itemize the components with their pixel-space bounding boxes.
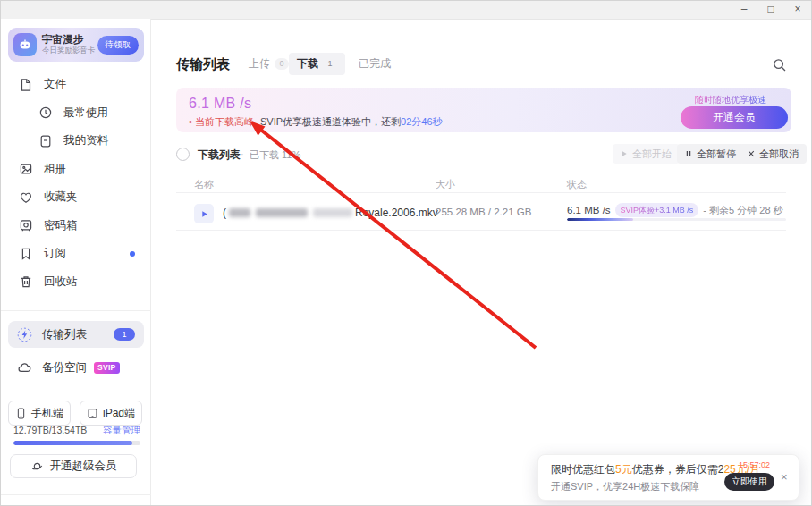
mascot-avatar-icon <box>13 33 37 56</box>
sidebar-item-subscriptions[interactable]: 订阅 <box>1 240 151 268</box>
row-progress-fill <box>567 218 633 221</box>
peak-dot: • <box>189 116 195 127</box>
sidebar-item-label: 备份空间 <box>42 360 87 375</box>
tab-completed-label: 已完成 <box>359 56 391 72</box>
search-icon[interactable] <box>772 57 790 75</box>
storage-progress-track <box>13 441 140 445</box>
sidebar-item-files[interactable]: 文件 <box>1 71 151 99</box>
notification-dot <box>130 251 135 257</box>
redacted-text-block <box>256 208 308 217</box>
popup-close-icon[interactable]: × <box>781 471 788 484</box>
svip-speed-badge: SVIP体验+3.1 MB /s <box>615 203 699 217</box>
titlebar: – □ × <box>1 1 811 20</box>
sidebar-item-favorites[interactable]: 收藏夹 <box>1 183 151 212</box>
sidebar-item-recycle-bin[interactable]: 回收站 <box>1 268 151 297</box>
sidebar-item-label: 相册 <box>44 162 66 177</box>
cloud-icon <box>17 360 32 375</box>
upgrade-label: 开通超级会员 <box>50 459 117 474</box>
sidebar-item-my-docs[interactable]: 我的资料 <box>1 127 151 156</box>
start-all-button: 全部开始 <box>613 144 680 164</box>
minimize-button[interactable]: – <box>731 1 757 19</box>
file-status: 6.1 MB /s SVIP体验+3.1 MB /s - 剩余5 分钟 28 秒 <box>567 203 783 217</box>
clock-icon <box>38 105 53 120</box>
file-size: 255.28 MB / 2.21 GB <box>436 207 531 217</box>
storage-progress-fill <box>13 441 132 445</box>
speed-banner: 6.1 MB /s • 当前下载高峰 SVIP优享极速通道体验中，还剩02分46… <box>176 88 791 132</box>
transfer-count-badge: 1 <box>114 328 135 341</box>
heart-icon <box>19 190 33 205</box>
trash-icon <box>19 274 33 289</box>
pause-icon <box>685 150 692 157</box>
file-icon <box>19 78 33 92</box>
claim-reward-button[interactable]: 待领取 <box>97 36 140 55</box>
sidebar-item-albums[interactable]: 相册 <box>1 156 151 184</box>
sidebar-item-label: 文件 <box>44 77 66 92</box>
sidebar-nav: 文件 最常使用 我的资料 相册 收藏夹 密码箱 <box>1 71 151 296</box>
tab-upload-count: 0 <box>275 58 289 70</box>
sidebar-item-label: 回收站 <box>44 274 78 290</box>
lightning-icon <box>17 327 32 342</box>
upgrade-super-vip-button[interactable]: 开通超级会员 <box>10 454 137 478</box>
maximize-button[interactable]: □ <box>757 1 784 19</box>
photo-icon <box>19 162 33 176</box>
planet-icon <box>30 460 44 473</box>
close-icon <box>748 150 755 157</box>
sidebar-item-transfer-list[interactable]: 传输列表 1 <box>8 321 144 348</box>
tab-upload-label: 上传 <box>249 56 270 72</box>
row-progress-track <box>567 218 786 221</box>
phone-client-button[interactable]: 手机端 <box>8 401 71 426</box>
sidebar-bottom-divider <box>1 494 151 495</box>
column-header-size: 大小 <box>436 178 455 191</box>
downloaded-percent-label: 已下载 11% <box>250 148 300 162</box>
ipad-client-label: iPad端 <box>103 406 135 421</box>
svip-badge: SVIP <box>94 362 120 374</box>
member-promo-card[interactable]: 宇宙漫步 今日奖励影音卡 待领取 <box>8 28 144 62</box>
app-window: – □ × 宇宙漫步 今日奖励影音卡 待领取 文件 最常使用 <box>0 0 812 506</box>
table-header-divider <box>176 192 786 193</box>
column-header-status: 状态 <box>567 178 587 191</box>
banner-promo-text: 随时随地优享极速 <box>695 94 766 106</box>
use-now-button[interactable]: 立即使用 <box>724 473 774 491</box>
promo-popup: 限时优惠红包5元优惠券，券后仅需225元/月 开通SVIP，优享24H极速下载保… <box>537 454 799 501</box>
sidebar-item-label: 订阅 <box>44 246 66 261</box>
svip-status-text: SVIP优享极速通道体验中，还剩 <box>260 116 401 127</box>
redacted-text-block <box>229 208 250 217</box>
select-all-radio[interactable] <box>176 148 190 161</box>
sidebar-item-label: 我的资料 <box>63 133 108 148</box>
safe-icon <box>19 218 33 232</box>
svip-speed-badge-text: SVIP体验+3.1 MB /s <box>621 206 694 215</box>
popup-text: 限时优惠红包 <box>551 463 615 476</box>
pause-all-label: 全部暂停 <box>697 148 736 161</box>
sidebar: 宇宙漫步 今日奖励影音卡 待领取 文件 最常使用 我的资料 相册 <box>1 19 151 506</box>
row-play-button[interactable] <box>194 204 214 223</box>
sidebar-item-backup-space[interactable]: 备份空间 SVIP <box>8 354 144 381</box>
tablet-icon <box>87 408 98 419</box>
popup-text: 优惠券，券后仅需2 <box>632 463 724 476</box>
tab-completed[interactable]: 已完成 <box>359 56 391 72</box>
open-vip-button[interactable]: 开通会员 <box>681 106 788 129</box>
tab-upload[interactable]: 上传 0 <box>249 56 289 72</box>
sidebar-item-label: 收藏夹 <box>44 190 78 205</box>
sidebar-item-recent[interactable]: 最常使用 <box>1 99 151 128</box>
storage-usage: 12.79TB/13.54TB <box>13 425 87 435</box>
phone-client-label: 手机端 <box>31 406 63 421</box>
row-speed: 6.1 MB /s <box>567 205 611 215</box>
document-icon <box>38 134 53 148</box>
storage-info: 12.79TB/13.54TB 容量管理 <box>13 425 140 437</box>
countdown-timer: 15:57:02 <box>739 460 770 469</box>
page-title: 传输列表 <box>176 56 230 73</box>
cancel-all-button[interactable]: 全部取消 <box>740 144 807 164</box>
close-button[interactable]: × <box>784 1 811 19</box>
popup-coupon-amount: 5元 <box>615 463 632 476</box>
sidebar-item-label: 密码箱 <box>44 218 78 233</box>
tab-download[interactable]: 下载 1 <box>289 53 345 75</box>
sidebar-item-password-box[interactable]: 密码箱 <box>1 212 151 240</box>
ipad-client-button[interactable]: iPad端 <box>80 401 142 426</box>
peak-warning: 当前下载高峰 <box>195 116 254 127</box>
time-remaining: - 剩余5 分钟 28 秒 <box>703 204 782 217</box>
phone-icon <box>15 408 27 419</box>
cancel-all-label: 全部取消 <box>759 148 799 161</box>
download-list-label: 下载列表 <box>198 148 241 163</box>
storage-manage-link[interactable]: 容量管理 <box>103 425 140 437</box>
pause-all-button[interactable]: 全部暂停 <box>677 144 744 164</box>
